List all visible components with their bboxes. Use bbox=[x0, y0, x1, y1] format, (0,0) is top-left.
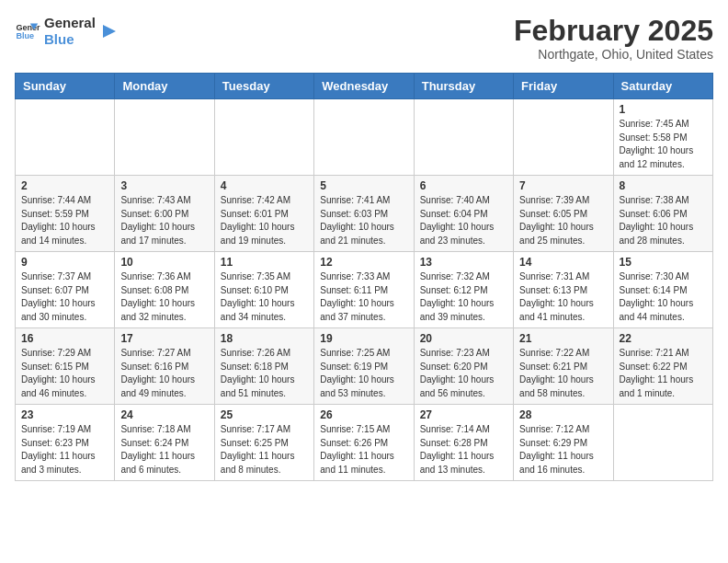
day-number: 26 bbox=[320, 408, 407, 421]
calendar-cell: 28Sunrise: 7:12 AM Sunset: 6:29 PM Dayli… bbox=[514, 405, 613, 481]
weekday-header: Monday bbox=[115, 74, 214, 99]
logo-general: General bbox=[44, 15, 96, 31]
weekday-header: Sunday bbox=[16, 74, 115, 99]
logo-arrow-icon bbox=[99, 21, 119, 41]
day-info: Sunrise: 7:36 AM Sunset: 6:08 PM Dayligh… bbox=[120, 270, 208, 324]
title-block: February 2025 Northgate, Ohio, United St… bbox=[514, 15, 713, 62]
day-number: 8 bbox=[620, 179, 707, 192]
calendar-cell: 20Sunrise: 7:23 AM Sunset: 6:20 PM Dayli… bbox=[414, 328, 513, 405]
day-info: Sunrise: 7:35 AM Sunset: 6:10 PM Dayligh… bbox=[221, 270, 308, 324]
calendar-cell: 16Sunrise: 7:29 AM Sunset: 6:15 PM Dayli… bbox=[16, 328, 115, 405]
day-info: Sunrise: 7:22 AM Sunset: 6:21 PM Dayligh… bbox=[519, 347, 607, 400]
day-info: Sunrise: 7:31 AM Sunset: 6:13 PM Dayligh… bbox=[519, 270, 607, 324]
logo-icon: General Blue bbox=[15, 18, 40, 44]
day-number: 21 bbox=[519, 332, 607, 345]
calendar-table: SundayMondayTuesdayWednesdayThursdayFrid… bbox=[15, 73, 713, 481]
calendar-cell: 24Sunrise: 7:18 AM Sunset: 6:24 PM Dayli… bbox=[115, 405, 214, 481]
day-number: 16 bbox=[21, 332, 108, 345]
calendar-week-row: 1Sunrise: 7:45 AM Sunset: 5:58 PM Daylig… bbox=[16, 99, 713, 176]
calendar-week-row: 2Sunrise: 7:44 AM Sunset: 5:59 PM Daylig… bbox=[16, 176, 713, 252]
day-info: Sunrise: 7:14 AM Sunset: 6:28 PM Dayligh… bbox=[420, 423, 507, 477]
calendar-cell: 17Sunrise: 7:27 AM Sunset: 6:16 PM Dayli… bbox=[115, 328, 214, 405]
calendar-cell: 3Sunrise: 7:43 AM Sunset: 6:00 PM Daylig… bbox=[115, 176, 214, 252]
day-number: 15 bbox=[620, 256, 707, 269]
weekday-header: Wednesday bbox=[314, 74, 414, 99]
day-number: 25 bbox=[221, 408, 308, 421]
day-info: Sunrise: 7:19 AM Sunset: 6:23 PM Dayligh… bbox=[21, 423, 108, 477]
day-number: 13 bbox=[420, 256, 507, 269]
day-info: Sunrise: 7:17 AM Sunset: 6:25 PM Dayligh… bbox=[221, 423, 308, 477]
day-info: Sunrise: 7:38 AM Sunset: 6:06 PM Dayligh… bbox=[620, 194, 707, 247]
calendar-week-row: 9Sunrise: 7:37 AM Sunset: 6:07 PM Daylig… bbox=[16, 252, 713, 328]
day-number: 28 bbox=[519, 408, 607, 421]
day-info: Sunrise: 7:26 AM Sunset: 6:18 PM Dayligh… bbox=[221, 347, 308, 400]
day-info: Sunrise: 7:43 AM Sunset: 6:00 PM Dayligh… bbox=[120, 194, 208, 247]
month-title: February 2025 bbox=[514, 15, 713, 47]
day-info: Sunrise: 7:32 AM Sunset: 6:12 PM Dayligh… bbox=[420, 270, 507, 324]
day-number: 7 bbox=[519, 179, 607, 192]
day-number: 23 bbox=[21, 408, 108, 421]
calendar-cell: 27Sunrise: 7:14 AM Sunset: 6:28 PM Dayli… bbox=[414, 405, 513, 481]
calendar-cell: 21Sunrise: 7:22 AM Sunset: 6:21 PM Dayli… bbox=[514, 328, 613, 405]
calendar-cell: 7Sunrise: 7:39 AM Sunset: 6:05 PM Daylig… bbox=[514, 176, 613, 252]
calendar-cell: 5Sunrise: 7:41 AM Sunset: 6:03 PM Daylig… bbox=[314, 176, 414, 252]
svg-text:Blue: Blue bbox=[16, 31, 34, 40]
calendar-cell: 14Sunrise: 7:31 AM Sunset: 6:13 PM Dayli… bbox=[514, 252, 613, 328]
calendar-cell bbox=[613, 405, 712, 481]
day-number: 19 bbox=[320, 332, 407, 345]
calendar-cell bbox=[414, 99, 513, 176]
logo: General Blue General Blue bbox=[15, 15, 119, 48]
weekday-header: Saturday bbox=[613, 74, 712, 99]
day-info: Sunrise: 7:23 AM Sunset: 6:20 PM Dayligh… bbox=[420, 347, 507, 400]
day-info: Sunrise: 7:15 AM Sunset: 6:26 PM Dayligh… bbox=[320, 423, 407, 477]
day-number: 10 bbox=[120, 256, 208, 269]
svg-marker-3 bbox=[103, 25, 116, 38]
day-info: Sunrise: 7:39 AM Sunset: 6:05 PM Dayligh… bbox=[519, 194, 607, 247]
calendar-cell bbox=[314, 99, 414, 176]
calendar-cell: 1Sunrise: 7:45 AM Sunset: 5:58 PM Daylig… bbox=[613, 99, 712, 176]
day-number: 11 bbox=[221, 256, 308, 269]
day-info: Sunrise: 7:18 AM Sunset: 6:24 PM Dayligh… bbox=[120, 423, 208, 477]
day-number: 9 bbox=[21, 256, 108, 269]
weekday-header: Thursday bbox=[414, 74, 513, 99]
day-info: Sunrise: 7:42 AM Sunset: 6:01 PM Dayligh… bbox=[221, 194, 308, 247]
calendar-cell bbox=[514, 99, 613, 176]
day-number: 4 bbox=[221, 179, 308, 192]
calendar-cell: 4Sunrise: 7:42 AM Sunset: 6:01 PM Daylig… bbox=[214, 176, 313, 252]
day-info: Sunrise: 7:12 AM Sunset: 6:29 PM Dayligh… bbox=[519, 423, 607, 477]
calendar-cell: 19Sunrise: 7:25 AM Sunset: 6:19 PM Dayli… bbox=[314, 328, 414, 405]
calendar-cell: 11Sunrise: 7:35 AM Sunset: 6:10 PM Dayli… bbox=[214, 252, 313, 328]
day-info: Sunrise: 7:45 AM Sunset: 5:58 PM Dayligh… bbox=[620, 118, 707, 171]
calendar-cell: 2Sunrise: 7:44 AM Sunset: 5:59 PM Daylig… bbox=[16, 176, 115, 252]
day-number: 24 bbox=[120, 408, 208, 421]
calendar-cell bbox=[115, 99, 214, 176]
calendar-cell bbox=[214, 99, 313, 176]
calendar-cell: 25Sunrise: 7:17 AM Sunset: 6:25 PM Dayli… bbox=[214, 405, 313, 481]
calendar-cell: 23Sunrise: 7:19 AM Sunset: 6:23 PM Dayli… bbox=[16, 405, 115, 481]
calendar-cell: 8Sunrise: 7:38 AM Sunset: 6:06 PM Daylig… bbox=[613, 176, 712, 252]
calendar-cell: 18Sunrise: 7:26 AM Sunset: 6:18 PM Dayli… bbox=[214, 328, 313, 405]
day-number: 1 bbox=[620, 103, 707, 116]
calendar-cell: 10Sunrise: 7:36 AM Sunset: 6:08 PM Dayli… bbox=[115, 252, 214, 328]
calendar-week-row: 23Sunrise: 7:19 AM Sunset: 6:23 PM Dayli… bbox=[16, 405, 713, 481]
day-info: Sunrise: 7:44 AM Sunset: 5:59 PM Dayligh… bbox=[21, 194, 108, 247]
day-number: 17 bbox=[120, 332, 208, 345]
day-info: Sunrise: 7:21 AM Sunset: 6:22 PM Dayligh… bbox=[620, 347, 707, 400]
day-info: Sunrise: 7:29 AM Sunset: 6:15 PM Dayligh… bbox=[21, 347, 108, 400]
day-number: 3 bbox=[120, 179, 208, 192]
logo-blue: Blue bbox=[44, 31, 96, 48]
day-number: 20 bbox=[420, 332, 507, 345]
day-info: Sunrise: 7:25 AM Sunset: 6:19 PM Dayligh… bbox=[320, 347, 407, 400]
weekday-header: Friday bbox=[514, 74, 613, 99]
calendar-cell bbox=[16, 99, 115, 176]
day-number: 22 bbox=[620, 332, 707, 345]
day-number: 27 bbox=[420, 408, 507, 421]
day-info: Sunrise: 7:30 AM Sunset: 6:14 PM Dayligh… bbox=[620, 270, 707, 324]
calendar-cell: 13Sunrise: 7:32 AM Sunset: 6:12 PM Dayli… bbox=[414, 252, 513, 328]
day-info: Sunrise: 7:40 AM Sunset: 6:04 PM Dayligh… bbox=[420, 194, 507, 247]
day-info: Sunrise: 7:41 AM Sunset: 6:03 PM Dayligh… bbox=[320, 194, 407, 247]
day-number: 5 bbox=[320, 179, 407, 192]
calendar-cell: 12Sunrise: 7:33 AM Sunset: 6:11 PM Dayli… bbox=[314, 252, 414, 328]
calendar-cell: 15Sunrise: 7:30 AM Sunset: 6:14 PM Dayli… bbox=[613, 252, 712, 328]
page-header: General Blue General Blue February 2025 … bbox=[15, 15, 713, 62]
